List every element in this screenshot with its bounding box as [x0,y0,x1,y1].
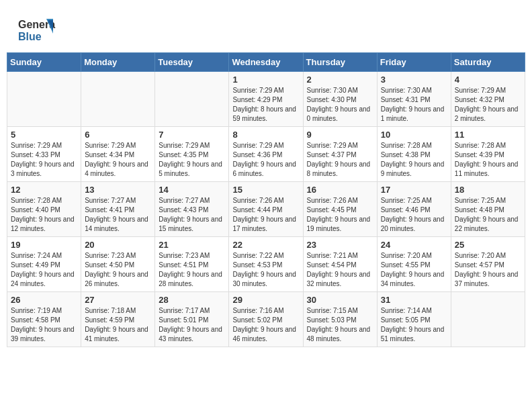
calendar-week-0: 1Sunrise: 7:29 AM Sunset: 4:29 PM Daylig… [7,72,525,127]
day-info: Sunrise: 7:29 AM Sunset: 4:33 PM Dayligh… [11,141,77,179]
day-info: Sunrise: 7:29 AM Sunset: 4:32 PM Dayligh… [455,86,521,124]
day-info: Sunrise: 7:18 AM Sunset: 4:59 PM Dayligh… [85,306,151,344]
day-number: 16 [307,185,373,195]
calendar-cell [155,72,229,127]
day-info: Sunrise: 7:20 AM Sunset: 4:55 PM Dayligh… [381,251,447,289]
day-number: 8 [232,130,299,140]
calendar-cell: 22Sunrise: 7:22 AM Sunset: 4:53 PM Dayli… [229,237,303,292]
day-number: 25 [455,240,521,250]
weekday-header-monday: Monday [81,53,155,72]
day-info: Sunrise: 7:23 AM Sunset: 4:50 PM Dayligh… [85,251,151,289]
day-number: 1 [232,75,299,85]
day-number: 30 [307,295,373,305]
day-number: 19 [11,240,77,250]
calendar-week-3: 19Sunrise: 7:24 AM Sunset: 4:49 PM Dayli… [7,237,525,292]
day-info: Sunrise: 7:25 AM Sunset: 4:48 PM Dayligh… [455,196,521,234]
day-number: 6 [85,130,151,140]
calendar-cell: 31Sunrise: 7:14 AM Sunset: 5:05 PM Dayli… [377,292,451,347]
day-number: 13 [85,185,151,195]
calendar-cell: 19Sunrise: 7:24 AM Sunset: 4:49 PM Dayli… [7,237,81,292]
calendar-cell: 27Sunrise: 7:18 AM Sunset: 4:59 PM Dayli… [81,292,155,347]
weekday-header-friday: Friday [377,53,451,72]
svg-text:Blue: Blue [18,31,42,42]
weekday-header-saturday: Saturday [451,53,525,72]
day-number: 28 [159,295,225,305]
day-number: 29 [232,295,299,305]
calendar-cell: 18Sunrise: 7:25 AM Sunset: 4:48 PM Dayli… [451,182,525,237]
calendar-body: 1Sunrise: 7:29 AM Sunset: 4:29 PM Daylig… [7,72,525,347]
calendar-cell: 2Sunrise: 7:30 AM Sunset: 4:30 PM Daylig… [303,72,377,127]
logo: General Blue [17,13,56,46]
calendar-cell: 15Sunrise: 7:26 AM Sunset: 4:44 PM Dayli… [229,182,303,237]
day-number: 11 [455,130,521,140]
day-info: Sunrise: 7:28 AM Sunset: 4:39 PM Dayligh… [455,141,521,179]
day-info: Sunrise: 7:30 AM Sunset: 4:31 PM Dayligh… [381,86,447,124]
day-info: Sunrise: 7:28 AM Sunset: 4:40 PM Dayligh… [11,196,77,234]
day-info: Sunrise: 7:19 AM Sunset: 4:58 PM Dayligh… [11,306,77,344]
calendar-cell: 17Sunrise: 7:25 AM Sunset: 4:46 PM Dayli… [377,182,451,237]
day-info: Sunrise: 7:27 AM Sunset: 4:43 PM Dayligh… [159,196,225,234]
day-number: 21 [159,240,225,250]
day-info: Sunrise: 7:29 AM Sunset: 4:36 PM Dayligh… [232,141,299,179]
day-info: Sunrise: 7:14 AM Sunset: 5:05 PM Dayligh… [381,306,447,344]
day-info: Sunrise: 7:24 AM Sunset: 4:49 PM Dayligh… [11,251,77,289]
day-info: Sunrise: 7:26 AM Sunset: 4:45 PM Dayligh… [307,196,373,234]
calendar-week-4: 26Sunrise: 7:19 AM Sunset: 4:58 PM Dayli… [7,292,525,347]
day-info: Sunrise: 7:29 AM Sunset: 4:35 PM Dayligh… [159,141,225,179]
calendar-cell: 6Sunrise: 7:29 AM Sunset: 4:34 PM Daylig… [81,127,155,182]
day-info: Sunrise: 7:28 AM Sunset: 4:38 PM Dayligh… [381,141,447,179]
calendar-cell: 4Sunrise: 7:29 AM Sunset: 4:32 PM Daylig… [451,72,525,127]
day-number: 7 [159,130,225,140]
calendar-cell: 9Sunrise: 7:29 AM Sunset: 4:37 PM Daylig… [303,127,377,182]
weekday-header-row: SundayMondayTuesdayWednesdayThursdayFrid… [7,53,525,72]
day-number: 9 [307,130,373,140]
day-number: 10 [381,130,447,140]
calendar-table: SundayMondayTuesdayWednesdayThursdayFrid… [7,52,525,347]
day-number: 18 [455,185,521,195]
day-info: Sunrise: 7:21 AM Sunset: 4:54 PM Dayligh… [307,251,373,289]
calendar-cell: 26Sunrise: 7:19 AM Sunset: 4:58 PM Dayli… [7,292,81,347]
day-number: 15 [232,185,299,195]
day-number: 26 [11,295,77,305]
calendar-cell [81,72,155,127]
calendar-cell: 3Sunrise: 7:30 AM Sunset: 4:31 PM Daylig… [377,72,451,127]
day-number: 22 [232,240,299,250]
calendar-cell: 21Sunrise: 7:23 AM Sunset: 4:51 PM Dayli… [155,237,229,292]
day-info: Sunrise: 7:29 AM Sunset: 4:37 PM Dayligh… [307,141,373,179]
logo-icon: General Blue [17,13,56,46]
weekday-header-tuesday: Tuesday [155,53,229,72]
calendar-cell: 10Sunrise: 7:28 AM Sunset: 4:38 PM Dayli… [377,127,451,182]
weekday-header-wednesday: Wednesday [229,53,303,72]
weekday-header-sunday: Sunday [7,53,81,72]
day-number: 3 [381,75,447,85]
calendar-cell: 28Sunrise: 7:17 AM Sunset: 5:01 PM Dayli… [155,292,229,347]
day-info: Sunrise: 7:16 AM Sunset: 5:02 PM Dayligh… [232,306,299,344]
calendar-header: SundayMondayTuesdayWednesdayThursdayFrid… [7,53,525,72]
day-number: 12 [11,185,77,195]
day-number: 2 [307,75,373,85]
day-info: Sunrise: 7:23 AM Sunset: 4:51 PM Dayligh… [159,251,225,289]
day-info: Sunrise: 7:25 AM Sunset: 4:46 PM Dayligh… [381,196,447,234]
day-info: Sunrise: 7:29 AM Sunset: 4:29 PM Dayligh… [232,86,299,124]
calendar-cell: 25Sunrise: 7:20 AM Sunset: 4:57 PM Dayli… [451,237,525,292]
day-info: Sunrise: 7:22 AM Sunset: 4:53 PM Dayligh… [232,251,299,289]
calendar-cell: 16Sunrise: 7:26 AM Sunset: 4:45 PM Dayli… [303,182,377,237]
calendar-cell [451,292,525,347]
calendar-cell: 12Sunrise: 7:28 AM Sunset: 4:40 PM Dayli… [7,182,81,237]
calendar-cell: 24Sunrise: 7:20 AM Sunset: 4:55 PM Dayli… [377,237,451,292]
day-info: Sunrise: 7:27 AM Sunset: 4:41 PM Dayligh… [85,196,151,234]
day-number: 27 [85,295,151,305]
calendar-cell: 8Sunrise: 7:29 AM Sunset: 4:36 PM Daylig… [229,127,303,182]
calendar-week-2: 12Sunrise: 7:28 AM Sunset: 4:40 PM Dayli… [7,182,525,237]
day-number: 14 [159,185,225,195]
calendar-cell: 14Sunrise: 7:27 AM Sunset: 4:43 PM Dayli… [155,182,229,237]
calendar-cell: 13Sunrise: 7:27 AM Sunset: 4:41 PM Dayli… [81,182,155,237]
calendar-cell: 7Sunrise: 7:29 AM Sunset: 4:35 PM Daylig… [155,127,229,182]
day-number: 17 [381,185,447,195]
day-info: Sunrise: 7:20 AM Sunset: 4:57 PM Dayligh… [455,251,521,289]
calendar-cell: 5Sunrise: 7:29 AM Sunset: 4:33 PM Daylig… [7,127,81,182]
calendar-cell: 11Sunrise: 7:28 AM Sunset: 4:39 PM Dayli… [451,127,525,182]
calendar-cell: 23Sunrise: 7:21 AM Sunset: 4:54 PM Dayli… [303,237,377,292]
day-number: 20 [85,240,151,250]
day-info: Sunrise: 7:30 AM Sunset: 4:30 PM Dayligh… [307,86,373,124]
